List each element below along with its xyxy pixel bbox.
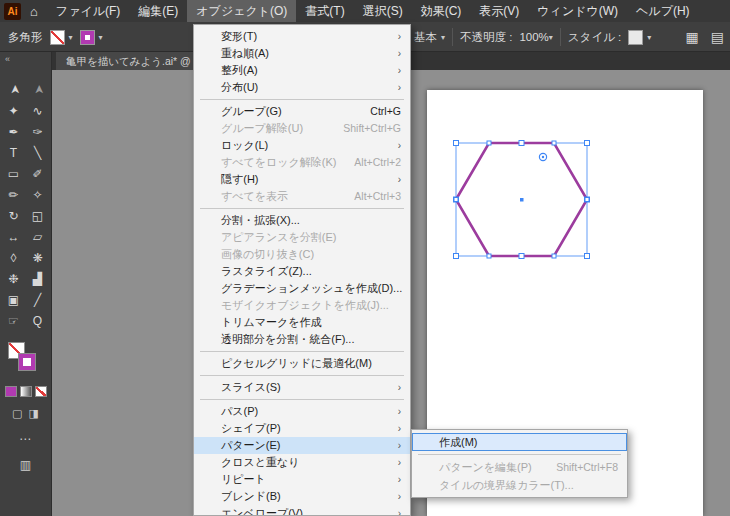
menubar-item-edit[interactable]: 編集(E) bbox=[129, 0, 187, 22]
illustrator-logo-icon[interactable]: Ai bbox=[4, 3, 21, 20]
screen-mode-icon[interactable]: ▥ bbox=[0, 458, 51, 472]
selection-handle[interactable] bbox=[585, 254, 590, 259]
menubar-item-window[interactable]: ウィンドウ(W) bbox=[528, 0, 627, 22]
chevron-down-icon[interactable]: ▾ bbox=[647, 33, 651, 42]
menu-item-group[interactable]: グループ(G)Ctrl+G bbox=[194, 103, 410, 120]
menubar-item-object[interactable]: オブジェクト(O) bbox=[187, 0, 296, 22]
home-icon[interactable]: ⌂ bbox=[30, 4, 38, 19]
anchor-point[interactable] bbox=[585, 198, 589, 202]
collapse-icon[interactable]: « bbox=[0, 52, 51, 66]
menu-item-label: 隠す(H) bbox=[221, 171, 259, 188]
free-transform-tool-icon[interactable]: ▱ bbox=[26, 227, 50, 246]
menu-item-make-pixel-perfect[interactable]: ピクセルグリッドに最適化(M) bbox=[194, 355, 410, 372]
menu-item-label: トリムマークを作成 bbox=[221, 314, 322, 331]
menu-item-label: エンベロープ(V) bbox=[221, 505, 303, 516]
paintbrush-tool-icon[interactable]: ✐ bbox=[26, 164, 50, 183]
menu-item-flatten-transparency[interactable]: 透明部分を分割・統合(F)... bbox=[194, 331, 410, 348]
appearance-basic-dropdown[interactable]: 基本 bbox=[414, 30, 437, 45]
grid-icon[interactable]: ▦ bbox=[686, 29, 699, 45]
stroke-color-indicator[interactable] bbox=[18, 353, 36, 371]
menu-item-lock[interactable]: ロック(L)› bbox=[194, 137, 410, 154]
hand-tool-icon[interactable]: ☞ bbox=[2, 311, 26, 330]
document-tab[interactable]: 亀甲を描いてみよう.ai* @ 5 bbox=[56, 52, 215, 70]
fill-color-swatch[interactable] bbox=[50, 30, 65, 45]
graph-tool-icon[interactable]: ▟ bbox=[26, 269, 50, 288]
rectangle-tool-icon[interactable]: ▭ bbox=[2, 164, 26, 183]
scale-tool-icon[interactable]: ◱ bbox=[26, 206, 50, 225]
anchor-point[interactable] bbox=[487, 141, 491, 145]
pen-tool-icon[interactable]: ✒ bbox=[2, 122, 26, 141]
line-segment-tool-icon[interactable]: ╲ bbox=[26, 143, 50, 162]
chevron-right-icon: › bbox=[398, 454, 401, 471]
menu-item-path[interactable]: パス(P)› bbox=[194, 403, 410, 420]
selection-handle[interactable] bbox=[519, 254, 524, 259]
submenu-item-make[interactable]: 作成(M) bbox=[412, 433, 627, 451]
menu-item-transform[interactable]: 変形(T)› bbox=[194, 28, 410, 45]
selection-handle[interactable] bbox=[454, 254, 459, 259]
anchor-point[interactable] bbox=[552, 254, 556, 258]
eyedropper-tool-icon[interactable]: ◊ bbox=[2, 248, 26, 267]
shaper-tool-icon[interactable]: ✧ bbox=[26, 185, 50, 204]
selection-tool-icon[interactable]: ➤ bbox=[4, 78, 23, 102]
menubar-item-effect[interactable]: 効果(C) bbox=[412, 0, 471, 22]
chevron-right-icon: › bbox=[398, 62, 401, 79]
width-tool-icon[interactable]: ↔ bbox=[2, 227, 26, 246]
menu-item-create-gradient-mesh[interactable]: グラデーションメッシュを作成(D)... bbox=[194, 280, 410, 297]
edit-toolbar-ellipsis-icon[interactable]: ⋯ bbox=[0, 432, 51, 446]
gradient-button[interactable] bbox=[20, 386, 32, 397]
draw-normal-icon[interactable]: ▢ bbox=[12, 407, 22, 420]
folder-icon[interactable]: ▤ bbox=[711, 29, 724, 45]
style-swatch[interactable] bbox=[628, 30, 643, 45]
selection-handle[interactable] bbox=[519, 141, 524, 146]
selection-handle[interactable] bbox=[454, 141, 459, 146]
zoom-tool-icon[interactable]: Q bbox=[26, 311, 50, 330]
pencil-tool-icon[interactable]: ✏ bbox=[2, 185, 26, 204]
lasso-tool-icon[interactable]: ∿ bbox=[26, 101, 50, 120]
anchor-point[interactable] bbox=[552, 141, 556, 145]
artboard-tool-icon[interactable]: ▣ bbox=[2, 290, 26, 309]
menu-item-label: 重ね順(A) bbox=[221, 45, 269, 62]
menu-item-shape[interactable]: シェイプ(P)› bbox=[194, 420, 410, 437]
menubar-item-help[interactable]: ヘルプ(H) bbox=[627, 0, 699, 22]
menu-item-envelope-distort[interactable]: エンベロープ(V)› bbox=[194, 505, 410, 516]
menubar-item-type[interactable]: 書式(T) bbox=[296, 0, 353, 22]
chevron-down-icon: ▾ bbox=[549, 33, 553, 42]
menu-item-pattern[interactable]: パターン(E)› bbox=[194, 437, 410, 454]
anchor-point[interactable] bbox=[454, 198, 458, 202]
menubar-item-select[interactable]: 選択(S) bbox=[354, 0, 412, 22]
menu-item-rasterize[interactable]: ラスタライズ(Z)... bbox=[194, 263, 410, 280]
blend-tool-icon[interactable]: ❋ bbox=[26, 248, 50, 267]
menu-item-slice[interactable]: スライス(S)› bbox=[194, 379, 410, 396]
slice-tool-icon[interactable]: ╱ bbox=[26, 290, 50, 309]
selection-handle[interactable] bbox=[585, 141, 590, 146]
opacity-dropdown[interactable]: 100% ▾ bbox=[519, 31, 552, 43]
control-bar-middle: 基本 ▾ 不透明度 : 100% ▾ スタイル : ▾ bbox=[414, 22, 651, 52]
rotate-tool-icon[interactable]: ↻ bbox=[2, 206, 26, 225]
menu-item-label: ロック(L) bbox=[221, 137, 268, 154]
menu-item-arrange[interactable]: 重ね順(A)› bbox=[194, 45, 410, 62]
menu-item-blend[interactable]: ブレンド(B)› bbox=[194, 488, 410, 505]
menu-item-hide[interactable]: 隠す(H)› bbox=[194, 171, 410, 188]
symbol-sprayer-tool-icon[interactable]: ❉ bbox=[2, 269, 26, 288]
draw-inside-icon[interactable]: ◨ bbox=[29, 407, 39, 420]
menu-item-intertwine[interactable]: クロスと重なり› bbox=[194, 454, 410, 471]
menu-item-distribute[interactable]: 分布(U)› bbox=[194, 79, 410, 96]
menubar-item-file[interactable]: ファイル(F) bbox=[47, 0, 129, 22]
type-tool-icon[interactable]: T bbox=[2, 143, 26, 162]
menu-item-align[interactable]: 整列(A)› bbox=[194, 62, 410, 79]
menu-item-expand[interactable]: 分割・拡張(X)... bbox=[194, 212, 410, 229]
chevron-down-icon[interactable]: ▾ bbox=[99, 33, 103, 42]
chevron-down-icon[interactable]: ▾ bbox=[441, 33, 445, 42]
chevron-down-icon[interactable]: ▾ bbox=[69, 33, 73, 42]
curvature-tool-icon[interactable]: ✑ bbox=[26, 122, 50, 141]
direct-selection-tool-icon[interactable]: ➤ bbox=[28, 78, 47, 102]
menu-item-create-trim-marks[interactable]: トリムマークを作成 bbox=[194, 314, 410, 331]
magic-wand-tool-icon[interactable]: ✦ bbox=[2, 101, 26, 120]
document-title: 亀甲を描いてみよう.ai* @ 5 bbox=[66, 55, 200, 67]
anchor-point[interactable] bbox=[487, 254, 491, 258]
menu-item-repeat[interactable]: リピート› bbox=[194, 471, 410, 488]
color-button[interactable] bbox=[5, 386, 17, 397]
stroke-color-swatch[interactable] bbox=[80, 30, 95, 45]
none-button[interactable] bbox=[35, 386, 47, 397]
menubar-item-view[interactable]: 表示(V) bbox=[470, 0, 528, 22]
